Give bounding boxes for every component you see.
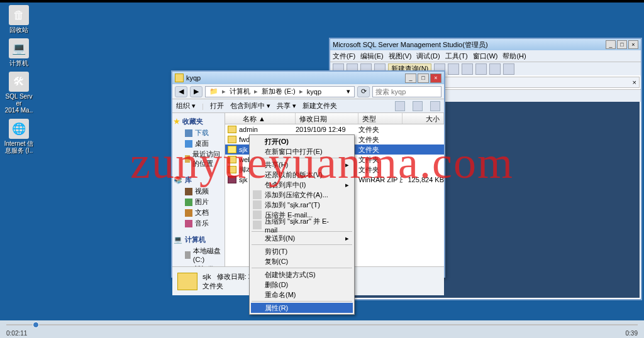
toolbar-button[interactable] — [448, 63, 459, 75]
winrar-icon — [253, 190, 262, 199]
sidebar-videos[interactable]: 视频 — [174, 186, 223, 197]
crumb-drive[interactable]: 新加卷 (E:) — [260, 87, 297, 96]
seek-track[interactable] — [6, 324, 638, 325]
sidebar-recent[interactable]: 最近访问的位置 — [174, 149, 223, 169]
file-row[interactable]: admin2019/10/9 12:49文件夹 — [225, 124, 444, 134]
col-name[interactable]: 名称 ▲ — [239, 113, 296, 124]
sidebar-favorites[interactable]: ★收藏夹 — [174, 117, 223, 126]
open-button[interactable]: 打开 — [210, 101, 224, 111]
search-input[interactable] — [372, 86, 441, 97]
new-folder-button[interactable]: 新建文件夹 — [303, 101, 337, 111]
sidebar-libraries[interactable]: 📚库 — [174, 175, 223, 185]
explorer-navbar: ◀ ▶ 📁 ▸ 计算机 ▸ 新加卷 (E:) ▸ kyqp ▾ ⟳ — [172, 84, 444, 99]
desktop-icon-computer[interactable]: 💻 计算机 — [4, 38, 34, 67]
desktop-icon-sqlserver[interactable]: 🛠 SQL Server 2014 Ma.. — [4, 72, 34, 114]
crumb-folder[interactable]: kyqp — [306, 88, 323, 95]
music-icon — [185, 220, 192, 227]
crumb-computer[interactable]: 计算机 — [228, 87, 252, 96]
chevron-right-icon: ▸ — [345, 234, 349, 243]
col-type[interactable]: 类型 — [358, 113, 402, 124]
menu-item[interactable]: 添加到 "sjk.rar"(T) — [251, 200, 353, 210]
close-button[interactable]: × — [430, 74, 441, 83]
menu-item[interactable]: 在新窗口中打开(E) — [251, 146, 353, 156]
preview-pane-button[interactable] — [413, 101, 423, 111]
menu-item[interactable]: 重命名(M) — [251, 290, 353, 300]
close-button[interactable]: × — [628, 40, 638, 49]
menu-item[interactable]: 发送到(N)▸ — [251, 233, 353, 243]
maximize-button[interactable]: □ — [617, 40, 627, 49]
sidebar-desktop[interactable]: 桌面 — [174, 138, 223, 149]
help-button[interactable] — [430, 101, 440, 111]
forward-button[interactable]: ▶ — [190, 86, 203, 97]
globe-icon: 🌐 — [9, 119, 29, 139]
menu-help[interactable]: 帮助(H) — [502, 52, 526, 61]
drive-icon — [185, 251, 191, 259]
menu-edit[interactable]: 编辑(E) — [360, 52, 384, 61]
sidebar-downloads[interactable]: 下载 — [174, 128, 223, 138]
menu-item[interactable]: 剪切(T) — [251, 246, 353, 256]
panel-close-icon[interactable]: × — [633, 79, 636, 86]
menu-item[interactable]: 包含到库中(I)▸ — [251, 180, 353, 190]
menu-debug[interactable]: 调试(D) — [416, 52, 440, 61]
refresh-button[interactable]: ⟳ — [357, 86, 370, 97]
share-button[interactable]: 共享 ▾ — [277, 101, 296, 111]
seek-thumb[interactable] — [33, 322, 39, 328]
menu-item[interactable]: 共享(H)▸ — [251, 160, 353, 170]
sidebar-computer[interactable]: 💻计算机 — [174, 235, 223, 244]
sidebar-drive-c[interactable]: 本地磁盘 (C:) — [174, 246, 223, 264]
toolbar-button[interactable] — [475, 63, 487, 75]
col-date[interactable]: 修改日期 — [296, 113, 358, 124]
col-size[interactable]: 大小 — [402, 113, 444, 124]
file-type: 文件夹 — [358, 125, 402, 134]
recent-icon — [185, 155, 190, 163]
menu-item[interactable]: 属性(R) — [251, 303, 353, 313]
file-name: admin — [239, 126, 296, 133]
computer-icon: 💻 — [9, 38, 29, 58]
toolbar-button[interactable] — [462, 63, 473, 75]
nav-sidebar: ★收藏夹 下载 桌面 最近访问的位置 📚库 视频 图片 文档 音乐 💻计算机 本… — [172, 113, 225, 266]
include-button[interactable]: 包含到库中 ▾ — [230, 101, 270, 111]
minimize-button[interactable]: _ — [405, 74, 416, 83]
menu-item[interactable]: 复制(C) — [251, 256, 353, 266]
menu-window[interactable]: 窗口(W) — [473, 52, 498, 61]
menu-tools[interactable]: 工具(T) — [445, 52, 468, 61]
sidebar-documents[interactable]: 文档 — [174, 207, 223, 218]
trash-icon: 🗑 — [9, 5, 29, 25]
menu-item[interactable]: 压缩到 "sjk.rar" 并 E-mail — [251, 220, 353, 230]
organize-button[interactable]: 组织 ▾ — [176, 101, 196, 111]
menu-item[interactable]: 创建快捷方式(S) — [251, 270, 353, 280]
toolbar-button[interactable] — [489, 63, 501, 75]
folder-icon — [228, 126, 236, 133]
toolbar-button[interactable] — [503, 63, 514, 75]
file-type: 文件夹 — [358, 145, 402, 155]
ssms-titlebar[interactable]: Microsoft SQL Server Management Studio(管… — [330, 39, 641, 50]
sidebar-pictures[interactable]: 图片 — [174, 197, 223, 207]
file-type: 文件夹 — [358, 155, 402, 165]
chevron-down-icon[interactable]: ▾ — [345, 87, 352, 95]
folder-icon — [228, 166, 236, 173]
menu-item[interactable]: 删除(D) — [251, 280, 353, 290]
minimize-button[interactable]: _ — [606, 40, 616, 49]
download-icon — [185, 129, 192, 137]
menu-item[interactable]: 打开(O) — [251, 136, 353, 146]
view-button[interactable] — [395, 101, 405, 111]
menu-separator — [252, 268, 352, 268]
menu-item[interactable]: 添加到压缩文件(A)... — [251, 190, 353, 200]
window-title: kyqp — [186, 74, 201, 82]
maximize-button[interactable]: □ — [418, 74, 429, 83]
back-button[interactable]: ◀ — [175, 86, 187, 97]
file-size: 125,824 KB — [402, 176, 444, 183]
explorer-titlebar[interactable]: kyqp _ □ × — [172, 72, 444, 84]
folder-icon: 📁 — [208, 87, 219, 95]
sidebar-music[interactable]: 音乐 — [174, 218, 223, 229]
archive-icon — [228, 176, 236, 183]
picture-icon — [185, 199, 192, 206]
chevron-right-icon: ▸ — [345, 181, 349, 189]
menu-view[interactable]: 视图(V) — [389, 52, 412, 61]
desktop-icon-recycle[interactable]: 🗑 回收站 — [4, 5, 34, 33]
sidebar-drive-d[interactable]: 新加卷 (D:) — [174, 264, 223, 266]
desktop-icon-iis[interactable]: 🌐 Internet 信 息服务 (I.. — [4, 119, 34, 154]
menu-file[interactable]: 文件(F) — [333, 52, 355, 61]
breadcrumb[interactable]: 📁 ▸ 计算机 ▸ 新加卷 (E:) ▸ kyqp ▾ — [205, 86, 355, 97]
menu-item[interactable]: 还原以前的版本(V) — [251, 170, 353, 180]
